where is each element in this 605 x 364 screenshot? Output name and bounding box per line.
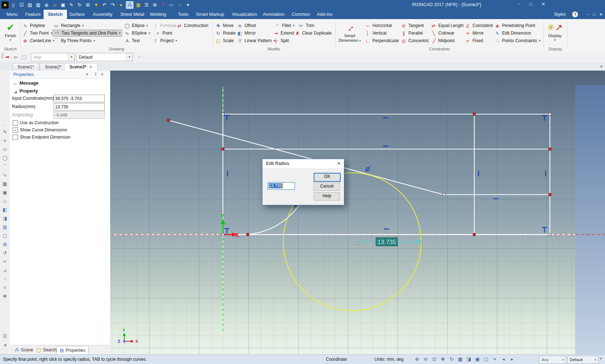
help-button[interactable]: Help [314, 192, 340, 201]
smart-dimension-button[interactable]: ↔ Smart Dimension ▾ [338, 21, 362, 46]
project-button[interactable]: ↥Project▾ [153, 37, 177, 44]
tab-list-caret-icon[interactable]: ▾ [600, 64, 602, 68]
strip-tool-icon[interactable]: ▢ [0, 232, 10, 240]
status-layer-dropdown[interactable]: Default ▾ [567, 356, 599, 364]
qat-icon[interactable]: ? [160, 1, 167, 9]
qat-icon[interactable]: ◆ [1, 1, 9, 9]
qat-icon[interactable]: ☑ [18, 1, 25, 9]
strip-tool-icon[interactable]: ◨ [0, 214, 10, 223]
panel-close-icon[interactable]: ✕ [100, 72, 104, 77]
centerline-button[interactable]: ⊕CenterLine▾ [22, 37, 54, 44]
cancel-button[interactable]: Cancel [314, 183, 340, 191]
box-select-icon[interactable]: ⬚ [20, 53, 28, 61]
window-minimize-icon[interactable]: − [517, 1, 520, 7]
strip-tool-icon[interactable]: ⌖ [0, 136, 10, 145]
move-button[interactable]: ✥Move [215, 22, 233, 29]
edit-dimension-button[interactable]: ✎Edit Dimension [494, 30, 531, 36]
split-button[interactable]: ┼Split [273, 37, 289, 44]
qat-icon[interactable]: ⧉ [151, 1, 158, 9]
strip-tool-icon[interactable]: ○ [0, 275, 10, 283]
panel-menu-caret-icon[interactable]: ▾ [86, 72, 88, 77]
colinear-constraint-button[interactable]: ╲Colinear [431, 30, 454, 36]
strip-tool-icon[interactable]: ✂ [0, 257, 10, 266]
dimension-end-point[interactable] [420, 241, 422, 243]
offset-button[interactable]: ≋Offset [237, 22, 256, 29]
selection-filter-dropdown[interactable]: Any ▾ [31, 53, 75, 61]
horizontal-constraint-button[interactable]: ─Horizontal [365, 22, 392, 29]
toolbar-drag-handle[interactable]: •••••• [1, 53, 3, 60]
by-three-points-button[interactable]: ⌒By Three Points▾ [53, 37, 95, 44]
doc-close-icon[interactable]: ✕ [599, 12, 603, 17]
bspline-button[interactable]: ∿BSpline▾ [124, 30, 150, 36]
tab-scene1[interactable]: Scene1* [12, 63, 39, 71]
strip-tool-icon[interactable]: ▥ [0, 223, 10, 232]
concentric-constraint-button[interactable]: ◎Concentric [401, 37, 429, 44]
fillet-button[interactable]: ◜Fillet▾ [274, 22, 295, 29]
qat-icon[interactable]: ▼ [93, 1, 100, 9]
status-filter-dropdown[interactable]: Any ▾ [539, 356, 566, 364]
tab-scene2[interactable]: Scene2* [40, 63, 67, 71]
tab-annotation[interactable]: Annotation [259, 10, 289, 19]
strip-tool-icon[interactable]: ▦ [0, 180, 10, 188]
view-control-icon[interactable]: ✥ [439, 355, 447, 364]
view-control-icon[interactable]: ▸ [508, 355, 516, 364]
section-property[interactable]: Property [19, 89, 38, 94]
points-constraints-button[interactable]: ∴Points Constraints▾ [494, 37, 541, 44]
qat-icon[interactable]: ▯ [10, 1, 17, 9]
view-control-icon[interactable]: ◂ [499, 355, 508, 364]
strip-tool-icon[interactable]: ✎ [0, 128, 10, 136]
qat-icon[interactable]: ▤ [26, 1, 33, 9]
strip-tool-icon[interactable]: ∿ [0, 171, 10, 180]
dimension-value[interactable]: 13.735 [377, 239, 396, 246]
finish-button[interactable]: ✔ Finish ▾ [1, 21, 20, 46]
panel-pin-icon[interactable]: ↧ [94, 72, 97, 77]
layer-dropdown[interactable]: Default ▾ [76, 53, 133, 61]
qat-icon[interactable]: ✎ [68, 1, 75, 9]
tab-scene-panel[interactable]: ⁂Scene [12, 346, 36, 354]
coordinate-label[interactable]: Coordinate [326, 357, 347, 362]
strip-tool-icon[interactable]: ⌗ [0, 283, 10, 292]
property-expander-icon[interactable]: ◢ [14, 90, 17, 94]
sketch-viewport[interactable]: 13.735 Y X Y X Z [110, 71, 605, 354]
hierarchy-icon[interactable]: ⁘ [135, 53, 143, 61]
status-layer-caret-icon[interactable]: ▾ [593, 358, 598, 361]
strip-tool-icon[interactable]: ▭ [0, 145, 10, 154]
display-button[interactable]: ✳↗ Display ▾ [544, 21, 566, 46]
dialog-close-icon[interactable]: ✕ [337, 161, 341, 166]
help-caret-icon[interactable]: ▾ [582, 13, 583, 16]
qat-icon[interactable]: ▦ [135, 1, 142, 9]
selection-filter-caret-icon[interactable]: ▾ [68, 53, 75, 61]
view-control-icon[interactable]: ▢ [482, 355, 490, 364]
select-shape-icon[interactable]: ➦ [4, 53, 12, 61]
strip-tool-icon[interactable]: ↺ [0, 249, 10, 257]
qat-icon[interactable]: ▥ [35, 1, 42, 9]
tab-tools[interactable]: Tools [174, 10, 193, 19]
two-point-button[interactable]: ╱Two Point▾ [22, 30, 52, 36]
vertical-constraint-button[interactable]: │Vertical [365, 30, 386, 36]
radius-field[interactable] [54, 103, 105, 111]
two-tangents-one-point-button[interactable]: ◠Two Tangents and One Point▾ [52, 30, 122, 37]
doc-minimize-icon[interactable]: − [587, 12, 590, 17]
strip-tool-icon[interactable]: ▣ [0, 188, 10, 197]
tab-add-ins[interactable]: Add-Ins [313, 10, 337, 19]
midpoint-constraint-button[interactable]: ∙╱Midpoint [431, 37, 454, 44]
qat-icon[interactable]: ⊞ [84, 1, 91, 9]
qat-icon[interactable]: ⁂ [126, 1, 134, 9]
equal-length-constraint-button[interactable]: ⇌Equal Length [431, 22, 464, 29]
tab-smart-markup[interactable]: Smart Markup [192, 10, 229, 19]
point-button[interactable]: •Point [155, 30, 172, 36]
units-label[interactable]: Units: mm, deg [375, 357, 404, 362]
penetrating-point-button[interactable]: ◈Penetrating Point [494, 22, 535, 29]
view-control-icon[interactable]: ⊕ [413, 355, 421, 364]
view-control-icon[interactable]: ⊖ [421, 355, 430, 364]
tab-feature[interactable]: Feature [21, 10, 45, 19]
tab-close-icon[interactable]: ✕ [89, 65, 92, 69]
qat-icon[interactable]: ▱ [51, 1, 58, 9]
tab-surface[interactable]: Surface [65, 10, 89, 19]
tab-sketch[interactable]: Sketch [44, 10, 67, 19]
view-control-icon[interactable]: ↻ [447, 355, 456, 364]
message-expander-icon[interactable]: ▷ [14, 82, 17, 86]
rectangle-button[interactable]: ▭Rectangle▾ [53, 22, 84, 29]
polyline-button[interactable]: ∿Polyline [22, 22, 45, 29]
view-control-icon[interactable]: ⌖ [490, 355, 499, 364]
